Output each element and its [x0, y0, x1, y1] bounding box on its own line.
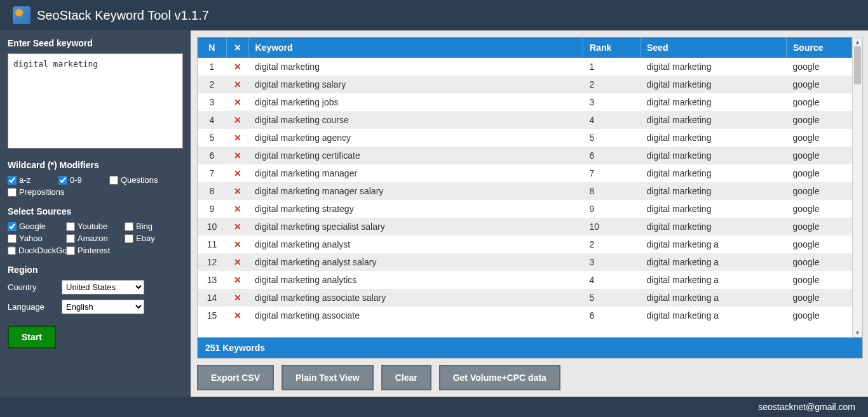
cell-keyword: digital marketing analytics	[248, 271, 583, 289]
cell-n: 7	[198, 164, 226, 182]
cell-n: 10	[198, 218, 226, 235]
app-logo-icon	[13, 6, 31, 24]
table-row[interactable]: 6 ✕ digital marketing certificate 6 digi…	[198, 147, 852, 164]
scroll-thumb[interactable]	[854, 46, 861, 84]
modifier-0-9-label[interactable]: 0-9	[70, 175, 82, 185]
clear-button[interactable]: Clear	[381, 365, 431, 390]
cell-source: google	[787, 111, 852, 129]
col-keyword[interactable]: Keyword	[248, 37, 583, 58]
cell-source: google	[787, 58, 852, 76]
keyword-count: 251 Keywords	[197, 338, 863, 359]
source-Youtube-label[interactable]: Youtube	[78, 222, 107, 231]
cell-seed: digital marketing	[641, 58, 787, 76]
source-Yahoo-label[interactable]: Yahoo	[19, 234, 43, 243]
cell-source: google	[787, 76, 852, 93]
cell-source: google	[787, 182, 852, 200]
cell-source: google	[787, 289, 852, 307]
seed-input[interactable]: digital marketing	[8, 53, 183, 149]
delete-row-icon[interactable]: ✕	[226, 129, 248, 147]
cell-n: 6	[198, 147, 226, 164]
source-DuckDuckGo-checkbox[interactable]	[8, 246, 16, 255]
col-n[interactable]: N	[198, 37, 226, 58]
cell-source: google	[787, 218, 852, 235]
table-row[interactable]: 7 ✕ digital marketing manager 7 digital …	[198, 164, 852, 182]
modifier-Prepositions-label[interactable]: Prepositions	[19, 187, 65, 197]
cell-seed: digital marketing a	[641, 307, 787, 324]
source-Pinterest-checkbox[interactable]	[66, 246, 75, 255]
vertical-scrollbar[interactable]: ▲ ▼	[852, 37, 862, 337]
cell-rank: 4	[583, 111, 641, 129]
app-header: SeoStack Keyword Tool v1.1.7	[0, 0, 868, 30]
country-select[interactable]: United States	[62, 280, 144, 295]
delete-row-icon[interactable]: ✕	[226, 111, 248, 129]
col-source[interactable]: Source	[787, 37, 852, 58]
source-Ebay-checkbox[interactable]	[125, 234, 133, 243]
delete-row-icon[interactable]: ✕	[226, 218, 248, 235]
scroll-down-icon[interactable]: ▼	[853, 328, 862, 337]
delete-row-icon[interactable]: ✕	[226, 58, 248, 76]
table-row[interactable]: 10 ✕ digital marketing specialist salary…	[198, 218, 852, 235]
modifier-0-9-checkbox[interactable]	[58, 176, 67, 185]
col-delete[interactable]: ✕	[226, 37, 248, 58]
plain-text-button[interactable]: Plain Text View	[281, 365, 374, 390]
source-Youtube-checkbox[interactable]	[66, 222, 75, 231]
table-row[interactable]: 9 ✕ digital marketing strategy 9 digital…	[198, 200, 852, 218]
table-row[interactable]: 13 ✕ digital marketing analytics 4 digit…	[198, 271, 852, 289]
source-Bing-label[interactable]: Bing	[136, 222, 153, 231]
source-Amazon-checkbox[interactable]	[66, 234, 75, 243]
footer-email: seostacknet@gmail.com	[758, 402, 855, 412]
modifier-a-z-label[interactable]: a-z	[19, 175, 31, 185]
delete-row-icon[interactable]: ✕	[226, 164, 248, 182]
source-Bing-checkbox[interactable]	[125, 222, 133, 231]
source-DuckDuckGo-label[interactable]: DuckDuckGo	[18, 246, 67, 255]
table-row[interactable]: 15 ✕ digital marketing associate 6 digit…	[198, 307, 852, 324]
volume-cpc-button[interactable]: Get Volume+CPC data	[439, 365, 560, 390]
language-select[interactable]: English	[62, 300, 144, 314]
table-row[interactable]: 4 ✕ digital marketing course 4 digital m…	[198, 111, 852, 129]
delete-row-icon[interactable]: ✕	[226, 253, 248, 271]
table-row[interactable]: 3 ✕ digital marketing jobs 3 digital mar…	[198, 93, 852, 111]
cell-seed: digital marketing	[641, 200, 787, 218]
delete-row-icon[interactable]: ✕	[226, 182, 248, 200]
cell-rank: 2	[583, 76, 641, 93]
delete-row-icon[interactable]: ✕	[226, 76, 248, 93]
source-Google-label[interactable]: Google	[19, 222, 46, 231]
source-Yahoo-checkbox[interactable]	[8, 234, 17, 243]
delete-row-icon[interactable]: ✕	[226, 200, 248, 218]
scroll-up-icon[interactable]: ▲	[853, 37, 862, 46]
col-rank[interactable]: Rank	[583, 37, 641, 58]
table-row[interactable]: 14 ✕ digital marketing associate salary …	[198, 289, 852, 307]
table-row[interactable]: 5 ✕ digital marketing agency 5 digital m…	[198, 129, 852, 147]
cell-seed: digital marketing a	[641, 235, 787, 253]
delete-row-icon[interactable]: ✕	[226, 93, 248, 111]
cell-n: 3	[198, 93, 226, 111]
cell-rank: 10	[583, 218, 641, 235]
delete-row-icon[interactable]: ✕	[226, 271, 248, 289]
modifier-Questions-checkbox[interactable]	[109, 176, 118, 185]
cell-rank: 6	[583, 307, 641, 324]
modifier-Prepositions-checkbox[interactable]	[8, 188, 17, 197]
source-Pinterest-label[interactable]: Pinterest	[78, 246, 110, 255]
table-row[interactable]: 12 ✕ digital marketing analyst salary 3 …	[198, 253, 852, 271]
country-label: Country	[8, 282, 55, 292]
col-seed[interactable]: Seed	[641, 37, 787, 58]
modifier-Questions-label[interactable]: Questions	[121, 175, 158, 185]
export-csv-button[interactable]: Export CSV	[197, 365, 274, 390]
table-row[interactable]: 2 ✕ digital marketing salary 2 digital m…	[198, 76, 852, 93]
cell-source: google	[787, 235, 852, 253]
cell-source: google	[787, 147, 852, 164]
start-button[interactable]: Start	[8, 326, 56, 348]
source-Ebay-label[interactable]: Ebay	[136, 234, 155, 243]
source-Amazon-label[interactable]: Amazon	[78, 234, 108, 243]
delete-row-icon[interactable]: ✕	[226, 307, 248, 324]
table-row[interactable]: 8 ✕ digital marketing manager salary 8 d…	[198, 182, 852, 200]
delete-row-icon[interactable]: ✕	[226, 235, 248, 253]
table-row[interactable]: 1 ✕ digital marketing 1 digital marketin…	[198, 58, 852, 76]
source-Google-checkbox[interactable]	[8, 222, 17, 231]
sources-label: Select Sources	[8, 206, 183, 216]
delete-row-icon[interactable]: ✕	[226, 289, 248, 307]
delete-row-icon[interactable]: ✕	[226, 147, 248, 164]
cell-source: google	[787, 253, 852, 271]
modifier-a-z-checkbox[interactable]	[8, 176, 17, 185]
table-row[interactable]: 11 ✕ digital marketing analyst 2 digital…	[198, 235, 852, 253]
